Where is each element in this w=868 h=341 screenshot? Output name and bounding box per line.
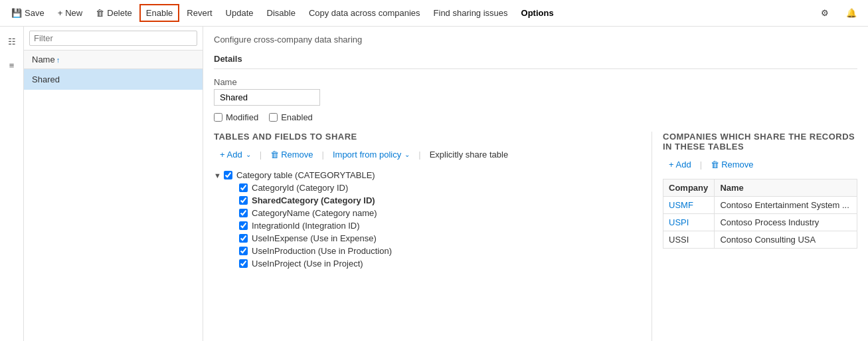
enable-button[interactable]: Enable: [139, 4, 179, 22]
sort-icon: ↑: [56, 56, 60, 64]
delete-icon: 🗑: [96, 8, 104, 18]
save-icon: 💾: [11, 8, 22, 18]
checkbox-row: Modified Enabled: [214, 112, 857, 122]
filter-input[interactable]: [29, 31, 197, 46]
tree-child-row: UseInProject (Use in Project): [214, 257, 641, 270]
tree-child-checkbox-5[interactable]: [239, 247, 248, 255]
tree-child-row: IntegrationId (Integration ID): [214, 219, 641, 232]
import-from-policy-button[interactable]: Import from policy ⌄: [327, 147, 416, 162]
name-input[interactable]: [214, 89, 320, 106]
filter-icon-button[interactable]: ☷: [3, 32, 21, 51]
settings-icon: ⚙: [821, 8, 829, 18]
toolbar: 💾 Save + New 🗑 Delete Enable Revert Upda…: [0, 0, 868, 27]
options-button[interactable]: Options: [515, 5, 560, 21]
page-header: Configure cross-company data sharing: [214, 35, 857, 45]
main-layout: ☷ ≡ Name ↑ Shared Configure cross-compan…: [0, 27, 868, 341]
tables-panel-toolbar: + Add ⌄ | 🗑 Remove | Import from policy …: [214, 147, 641, 162]
tree-child-label-1: SharedCategory (Category ID): [252, 195, 375, 205]
table-row[interactable]: USSI Contoso Consulting USA: [663, 231, 857, 249]
hamburger-icon-button[interactable]: ≡: [3, 56, 21, 74]
companies-table-header-row: Company Name: [663, 179, 857, 197]
tree-child-label-4: UseInExpense (Use in Expense): [252, 233, 377, 243]
table-row[interactable]: USMF Contoso Entertainment System ...: [663, 197, 857, 214]
tables-add-button[interactable]: + Add ⌄: [214, 147, 257, 162]
hamburger-icon: ≡: [9, 60, 15, 70]
find-sharing-button[interactable]: Find sharing issues: [428, 5, 514, 21]
tree-child-checkbox-3[interactable]: [239, 221, 248, 230]
tables-panel-header: TABLES AND FIELDS TO SHARE: [214, 132, 641, 142]
companies-panel: COMPANIES WHICH SHARE THE RECORDS IN THE…: [652, 132, 857, 341]
companies-trash-icon: 🗑: [711, 160, 719, 170]
icon-bar: ☷ ≡: [0, 27, 24, 341]
tree-child-label-5: UseInProduction (Use in Production): [252, 246, 392, 256]
name-cell-usmf: Contoso Entertainment System ...: [715, 197, 857, 214]
sidebar-list-header: Name ↑: [24, 51, 203, 69]
copy-data-button[interactable]: Copy data across companies: [303, 5, 426, 21]
add-chevron-icon: ⌄: [246, 151, 251, 158]
tree-child-row: CategoryName (Category name): [214, 207, 641, 219]
table-row[interactable]: USPI Contoso Process Industry: [663, 214, 857, 231]
enabled-checkbox-label[interactable]: Enabled: [269, 112, 313, 122]
explicit-share-button[interactable]: Explicitly share table: [424, 147, 515, 162]
tree-child-checkbox-2[interactable]: [239, 209, 248, 217]
new-button[interactable]: + New: [52, 5, 89, 21]
companies-add-button[interactable]: + Add: [663, 157, 697, 172]
modified-checkbox[interactable]: [214, 113, 222, 122]
companies-panel-header: COMPANIES WHICH SHARE THE RECORDS IN THE…: [663, 132, 857, 152]
tree-root-label: Category table (CATEGORYTABLE): [236, 170, 375, 180]
separator3: |: [418, 150, 420, 160]
tree-child-label-0: CategoryId (Category ID): [252, 183, 348, 193]
tree-toggle-icon[interactable]: ▼: [214, 171, 221, 179]
modified-checkbox-label[interactable]: Modified: [214, 112, 258, 122]
company-cell-uspi[interactable]: USPI: [663, 214, 715, 231]
tree-area: ▼ Category table (CATEGORYTABLE) Categor…: [214, 169, 641, 270]
bell-icon: 🔔: [846, 8, 857, 18]
companies-separator: |: [700, 160, 702, 170]
import-chevron-icon: ⌄: [404, 151, 410, 158]
save-button[interactable]: 💾 Save: [5, 5, 50, 21]
tree-child-row: UseInExpense (Use in Expense): [214, 232, 641, 245]
update-button[interactable]: Update: [220, 5, 260, 21]
sidebar-item-shared[interactable]: Shared: [24, 69, 203, 90]
company-cell-usmf[interactable]: USMF: [663, 197, 715, 214]
content-area: Configure cross-company data sharing Det…: [203, 27, 868, 341]
tree-child-checkbox-0[interactable]: [239, 183, 248, 192]
company-cell-ussi: USSI: [663, 231, 715, 249]
tree-root-checkbox[interactable]: [224, 171, 232, 179]
tables-panel: TABLES AND FIELDS TO SHARE + Add ⌄ | 🗑 R…: [214, 132, 652, 341]
toolbar-right: ⚙ 🔔: [815, 5, 863, 21]
companies-add-icon: +: [669, 160, 674, 170]
enabled-checkbox[interactable]: [269, 113, 278, 122]
tree-child-label-2: CategoryName (Category name): [252, 208, 377, 218]
tables-remove-button[interactable]: 🗑 Remove: [264, 147, 319, 162]
tree-child-checkbox-6[interactable]: [239, 259, 248, 268]
tree-child-checkbox-1[interactable]: [239, 196, 248, 205]
sidebar: Name ↑ Shared: [24, 27, 203, 341]
name-cell-uspi: Contoso Process Industry: [715, 214, 857, 231]
filter-icon: ☷: [8, 37, 16, 47]
companies-panel-toolbar: + Add | 🗑 Remove: [663, 157, 857, 172]
name-label: Name: [214, 77, 857, 87]
companies-remove-button[interactable]: 🗑 Remove: [705, 157, 759, 172]
tree-child-checkbox-4[interactable]: [239, 234, 248, 243]
tree-root-row[interactable]: ▼ Category table (CATEGORYTABLE): [214, 169, 641, 181]
separator2: |: [322, 150, 324, 160]
delete-button[interactable]: 🗑 Delete: [90, 5, 138, 21]
tree-child-row: SharedCategory (Category ID): [214, 194, 641, 207]
tree-child-row: UseInProduction (Use in Production): [214, 245, 641, 257]
name-cell-ussi: Contoso Consulting USA: [715, 231, 857, 249]
disable-button[interactable]: Disable: [261, 5, 302, 21]
bell-icon-button[interactable]: 🔔: [840, 5, 863, 21]
revert-button[interactable]: Revert: [181, 5, 218, 21]
settings-icon-button[interactable]: ⚙: [815, 5, 835, 21]
company-col-header: Company: [663, 179, 715, 197]
trash-icon: 🗑: [270, 150, 279, 160]
tree-child-label-3: IntegrationId (Integration ID): [252, 221, 360, 231]
sidebar-search-area: [24, 27, 203, 51]
tree-child-row: CategoryId (Category ID): [214, 181, 641, 194]
add-icon: +: [220, 150, 225, 160]
section-title: Details: [214, 53, 857, 69]
name-col-header: Name: [715, 179, 857, 197]
companies-table: Company Name USMF Contoso Entertainment …: [663, 179, 857, 249]
new-icon: +: [58, 8, 63, 18]
